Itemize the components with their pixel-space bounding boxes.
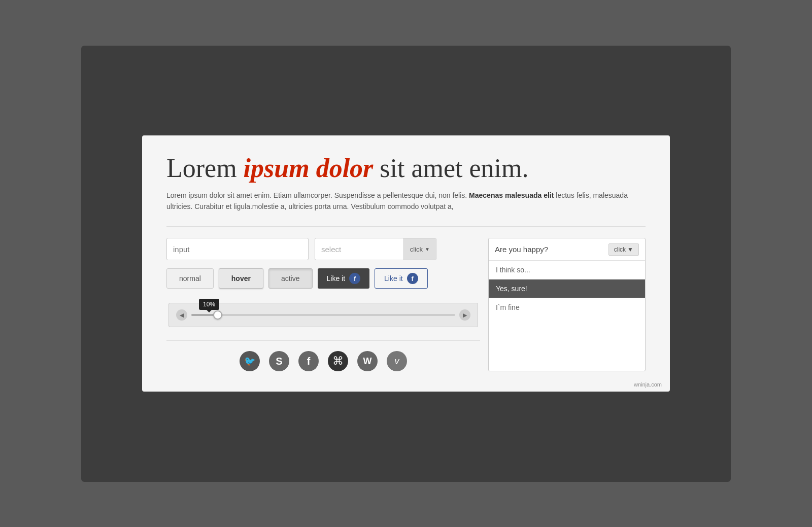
- dropdown-click-button[interactable]: click ▼: [608, 243, 639, 256]
- dropdown-arrow-icon2: ▼: [627, 246, 633, 253]
- card-title: Lorem ipsum dolor sit amet enim.: [166, 154, 646, 183]
- text-input[interactable]: [166, 238, 309, 260]
- divider: [166, 226, 646, 227]
- facebook-dark-icon: f: [349, 273, 360, 284]
- slider-right-arrow[interactable]: ▶: [459, 309, 470, 321]
- dropdown-header: Are you happy? click ▼: [489, 238, 645, 261]
- facebook-social-icon[interactable]: f: [298, 351, 319, 371]
- dropdown-option-3[interactable]: I`m fine: [489, 298, 645, 317]
- select-click-button[interactable]: click ▼: [403, 238, 436, 260]
- like-dark-label: Like it: [327, 274, 346, 283]
- slider-thumb[interactable]: [213, 310, 222, 320]
- title-highlight: ipsum dolor: [244, 154, 374, 183]
- skype-icon[interactable]: S: [269, 351, 289, 371]
- select-label: select: [315, 238, 403, 260]
- like-dark-button[interactable]: Like it f: [318, 268, 370, 289]
- active-button[interactable]: active: [268, 268, 313, 289]
- vimeo-icon[interactable]: v: [387, 351, 407, 371]
- hover-button-label: hover: [231, 274, 251, 283]
- controls-row: select click ▼: [166, 238, 480, 260]
- outer-background: Lorem ipsum dolor sit amet enim. Lorem i…: [81, 46, 731, 482]
- slider-tooltip: 10%: [199, 299, 219, 310]
- title-after: sit amet enim.: [373, 154, 528, 183]
- click-label: click: [410, 245, 423, 253]
- buttons-row: normal hover active Like it f Like it f: [166, 268, 480, 289]
- dropdown-question: Are you happy?: [495, 245, 548, 254]
- title-before: Lorem: [166, 154, 244, 183]
- slider-left-arrow[interactable]: ◀: [176, 309, 187, 321]
- twitter-icon[interactable]: 🐦: [240, 351, 260, 371]
- hover-button[interactable]: hover: [219, 268, 263, 289]
- main-content-area: select click ▼ normal hover: [166, 238, 646, 371]
- facebook-blue-icon: f: [407, 273, 418, 284]
- like-blue-button[interactable]: Like it f: [375, 268, 428, 289]
- dropdown-arrow-icon: ▼: [425, 247, 430, 252]
- wordpress-icon[interactable]: W: [357, 351, 378, 371]
- slider-track[interactable]: [191, 314, 455, 316]
- body-text: Lorem ipsum dolor sit amet enim. Etiam u…: [166, 190, 646, 213]
- left-section: select click ▼ normal hover: [166, 238, 480, 371]
- dropdown-option-1[interactable]: I think so...: [489, 261, 645, 279]
- slider-section: 10% ◀ ▶: [166, 303, 480, 327]
- dropdown-click-label: click: [614, 246, 626, 253]
- like-blue-label: Like it: [384, 274, 403, 283]
- normal-button-label: normal: [179, 274, 201, 283]
- main-card: Lorem ipsum dolor sit amet enim. Lorem i…: [142, 135, 670, 392]
- active-button-label: active: [281, 274, 300, 283]
- watermark: wninja.com: [634, 381, 662, 388]
- normal-button[interactable]: normal: [166, 268, 214, 289]
- apple-icon[interactable]: ⌘: [328, 351, 348, 371]
- social-bar: 🐦 S f ⌘ W v: [166, 340, 480, 371]
- select-group: select click ▼: [315, 238, 436, 260]
- dropdown-option-2[interactable]: Yes, sure!: [489, 279, 645, 298]
- dropdown-panel: Are you happy? click ▼ I think so... Yes…: [488, 238, 646, 371]
